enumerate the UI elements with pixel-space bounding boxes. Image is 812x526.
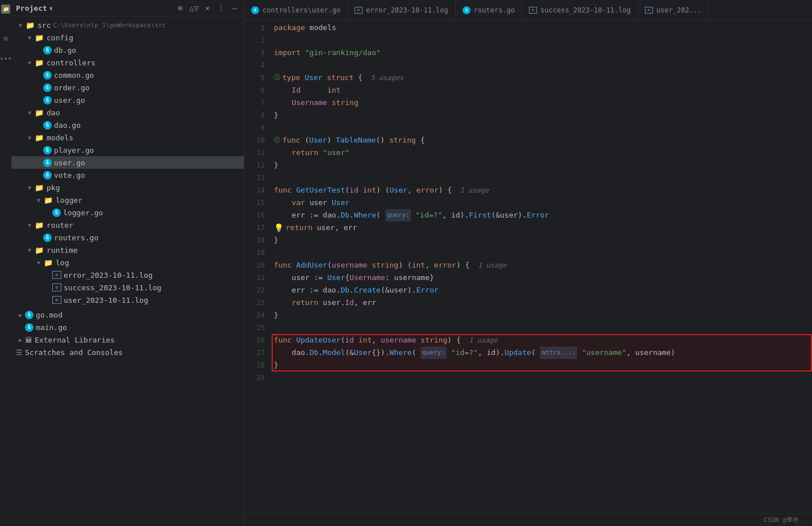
tree-item-order-go[interactable]: G order.go bbox=[11, 81, 244, 94]
editor-area: G controllers\user.go ≡ error_2023-10-11… bbox=[244, 0, 812, 526]
external-icon: 🏛 bbox=[25, 336, 32, 344]
status-bar: CSDN @季布， bbox=[244, 514, 812, 526]
tabs-bar: G controllers\user.go ≡ error_2023-10-11… bbox=[244, 0, 812, 20]
tree-label-vote-go: vote.go bbox=[54, 171, 85, 179]
tree-item-dao[interactable]: ▼ 📁 dao bbox=[11, 106, 244, 119]
tree-label-scratches: Scratches and Consoles bbox=[25, 348, 123, 357]
tree-item-user-log[interactable]: ≡ user_2023-10-11.log bbox=[11, 294, 244, 306]
tree-item-src[interactable]: ▼ 📁 src C:\Users\nlp_1\goWorkspace\src bbox=[11, 19, 244, 31]
code-line-6: Id int bbox=[274, 84, 812, 97]
tree-item-go-mod[interactable]: ▶ G go.mod bbox=[11, 308, 244, 321]
tab-error-log[interactable]: ≡ error_2023-10-11.log bbox=[348, 0, 456, 20]
add-file-btn[interactable]: ⊕ bbox=[176, 3, 185, 12]
more-options-btn[interactable]: ⋮ bbox=[216, 3, 226, 12]
tree-label-success-log: success_2023-10-11.log bbox=[64, 283, 161, 292]
code-line-8: } bbox=[274, 109, 812, 122]
sidebar-title: Project ∨ bbox=[16, 4, 53, 12]
code-line-14: func GetUserTest(id int) (User, error) {… bbox=[274, 184, 812, 197]
code-line-27: dao.Db.Model(&User{}).Where( query: "id=… bbox=[274, 347, 812, 359]
folder-icon-runtime: 📁 bbox=[34, 246, 44, 254]
tree-label-db-go: db.go bbox=[54, 46, 76, 55]
tree-label-logger-go: logger.go bbox=[63, 208, 103, 217]
search-icon[interactable]: ⊞ bbox=[1, 34, 10, 43]
go-icon-logger: G bbox=[52, 208, 61, 217]
tab-routers-go[interactable]: G routers.go bbox=[456, 0, 522, 20]
code-line-3: import "gin-ranking/dao" bbox=[274, 47, 812, 59]
tree-item-log-folder[interactable]: ▼ 📁 log bbox=[11, 256, 244, 269]
collapse-btn[interactable]: △▽ bbox=[189, 3, 198, 12]
code-line-20: func AddUser(username string) (int, erro… bbox=[274, 259, 812, 272]
code-line-21: user := User{Username: username} bbox=[274, 272, 812, 284]
go-icon-db: G bbox=[43, 46, 52, 55]
tree-item-runtime[interactable]: ▼ 📁 runtime bbox=[11, 244, 244, 256]
tree-item-config[interactable]: ▼ 📁 config bbox=[11, 31, 244, 44]
tree-item-router[interactable]: ▼ 📁 router bbox=[11, 219, 244, 231]
close-sidebar-btn[interactable]: ✕ bbox=[203, 3, 212, 12]
bulb-icon-17: 💡 bbox=[274, 222, 284, 234]
tree-item-common-go[interactable]: G common.go bbox=[11, 69, 244, 81]
code-editor[interactable]: 12345 678910 1112131415 1617181920 21222… bbox=[244, 20, 812, 514]
tree-label-src: src bbox=[38, 21, 51, 30]
tree-arrow-external: ▶ bbox=[16, 337, 25, 343]
tree-item-player-go[interactable]: G player.go bbox=[11, 144, 244, 156]
impl-icon-5: Ⓘ bbox=[274, 72, 280, 84]
tree-item-error-log[interactable]: ≡ error_2023-10-11.log bbox=[11, 269, 244, 281]
tree-item-routers-go[interactable]: G routers.go bbox=[11, 231, 244, 244]
tree-item-logger-folder[interactable]: ▼ 📁 logger bbox=[11, 194, 244, 206]
tab-user-log[interactable]: ≡ user_202... bbox=[638, 0, 709, 20]
tree-label-runtime: runtime bbox=[47, 246, 78, 254]
code-line-29 bbox=[274, 371, 812, 384]
go-icon-main: G bbox=[25, 323, 34, 332]
tree-item-success-log[interactable]: ≡ success_2023-10-11.log bbox=[11, 281, 244, 294]
go-icon-routers: G bbox=[43, 233, 52, 242]
tab-success-log[interactable]: ≡ success_2023-10-11.log bbox=[522, 0, 638, 20]
tab-icon-controllers-user: G bbox=[251, 6, 259, 14]
go-icon-user-ctrl: G bbox=[43, 96, 52, 105]
tree-item-scratches[interactable]: ☰ Scratches and Consoles bbox=[11, 346, 244, 358]
tree-label-pkg: pkg bbox=[47, 183, 60, 192]
tree-label-router: router bbox=[47, 221, 73, 229]
sidebar-title-arrow[interactable]: ∨ bbox=[49, 5, 53, 11]
tree-arrow-runtime: ▼ bbox=[25, 247, 34, 253]
tree-label-dao-go: dao.go bbox=[54, 121, 81, 130]
dots-icon[interactable]: ••• bbox=[1, 55, 10, 64]
tab-controllers-user[interactable]: G controllers\user.go bbox=[244, 0, 348, 20]
tree-item-user-go[interactable]: G user.go bbox=[11, 156, 244, 169]
tree-arrow-log: ▼ bbox=[34, 260, 43, 266]
tree-item-external[interactable]: ▶ 🏛 External Libraries bbox=[11, 333, 244, 346]
tree-label-common-go: common.go bbox=[54, 71, 94, 80]
folder-icon-models: 📁 bbox=[34, 133, 44, 142]
attribution: CSDN @季布， bbox=[764, 516, 805, 524]
code-line-11: return "user" bbox=[274, 147, 812, 159]
code-line-17: 💡 return user, err bbox=[274, 222, 812, 234]
tab-label-controllers-user: controllers\user.go bbox=[263, 6, 340, 14]
tree-arrow-src: ▼ bbox=[16, 22, 25, 28]
tree-item-db-go[interactable]: G db.go bbox=[11, 44, 244, 56]
tree-item-models[interactable]: ▼ 📁 models bbox=[11, 131, 244, 144]
tree-path-src: C:\Users\nlp_1\goWorkspace\src bbox=[53, 22, 166, 29]
log-icon-user: ≡ bbox=[52, 296, 61, 304]
tree-label-player-go: player.go bbox=[54, 146, 94, 155]
sidebar-title-text: Project bbox=[16, 4, 47, 12]
tab-label-error-log: error_2023-10-11.log bbox=[366, 6, 448, 14]
tree-item-controllers[interactable]: ▼ 📁 controllers bbox=[11, 56, 244, 69]
code-content: package models import "gin-ranking/dao" … bbox=[272, 20, 812, 514]
tree-arrow-go-mod: ▶ bbox=[16, 312, 25, 318]
tree-label-main-go: main.go bbox=[36, 323, 67, 332]
tree-item-user-go-ctrl[interactable]: G user.go bbox=[11, 94, 244, 106]
tree-label-log: log bbox=[56, 258, 69, 267]
code-line-28: } bbox=[274, 359, 812, 371]
tree-item-pkg[interactable]: ▼ 📁 pkg bbox=[11, 181, 244, 194]
code-line-1: package models bbox=[274, 22, 812, 34]
tree-item-main-go[interactable]: G main.go bbox=[11, 321, 244, 333]
tree-label-config: config bbox=[47, 34, 73, 42]
minimize-btn[interactable]: — bbox=[230, 3, 239, 12]
folder-icon[interactable]: 📁 bbox=[1, 5, 10, 14]
tab-icon-user-log: ≡ bbox=[645, 7, 653, 14]
tree-item-vote-go[interactable]: G vote.go bbox=[11, 169, 244, 181]
code-line-15: var user User bbox=[274, 197, 812, 209]
tree-item-logger-go[interactable]: G logger.go bbox=[11, 206, 244, 219]
tree-item-dao-go[interactable]: G dao.go bbox=[11, 119, 244, 131]
project-sidebar: Project ∨ ⊕ △▽ ✕ ⋮ — ▼ 📁 src C:\Users\nl… bbox=[11, 0, 244, 526]
tree-arrow-config: ▼ bbox=[25, 35, 34, 41]
